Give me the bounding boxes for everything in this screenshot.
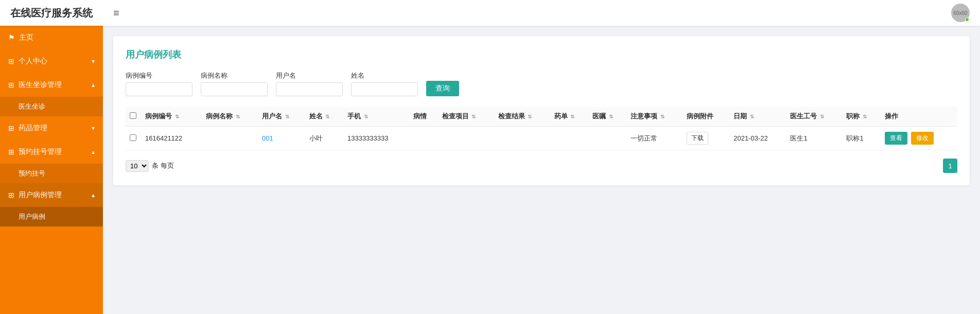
search-input-case-name[interactable] (201, 82, 268, 96)
page-size-selector: 10 20 50 条 每页 (126, 160, 174, 172)
sidebar-item-appt-label: 预约挂号管理 (19, 147, 62, 156)
table-body: 1616421122 001 小叶 13333333333 一切正常 下载 20… (126, 127, 957, 150)
main-content: 用户病例列表 病例编号 病例名称 用户名 姓名 (103, 26, 980, 314)
th-date: 日期 ⇅ (729, 107, 786, 127)
sidebar-sub-appt: 预约挂号 (0, 164, 103, 183)
sidebar-item-doctor-clinic-label: 医生坐诊 (19, 102, 45, 110)
sort-exam-result-icon[interactable]: ⇅ (528, 114, 532, 119)
avatar-text: 60x60 (953, 10, 967, 16)
table-header-row: 病例编号 ⇅ 病例名称 ⇅ 用户名 ⇅ 姓名 ⇅ (126, 107, 957, 127)
sidebar-item-appt-reg[interactable]: 预约挂号 (0, 164, 103, 183)
sidebar-item-home[interactable]: ⚑ 主页 (0, 26, 103, 49)
header-left: 在线医疗服务系统 ≡ (10, 6, 119, 20)
th-checkbox (126, 107, 141, 127)
app-title: 在线医疗服务系统 (10, 6, 93, 20)
case-mgmt-arrow-icon: ▴ (92, 191, 95, 199)
case-table: 病例编号 ⇅ 病例名称 ⇅ 用户名 ⇅ 姓名 ⇅ (126, 107, 957, 150)
layout: ⚑ 主页 ⊞ 个人中心 ▾ ⊞ 医生坐诊管理 ▴ 医生坐诊 (0, 26, 980, 314)
row-title: 职称1 (842, 127, 880, 150)
sort-dept-icon[interactable]: ⇅ (609, 114, 613, 119)
sidebar-sub-case: 用户病例 (0, 207, 103, 226)
row-realname: 小叶 (305, 127, 343, 150)
profile-arrow-icon: ▾ (92, 58, 95, 65)
profile-icon: ⊞ (8, 57, 14, 65)
search-input-case-no[interactable] (126, 82, 192, 96)
row-dept (588, 127, 626, 150)
search-label-realname: 姓名 (351, 71, 418, 80)
table-header: 病例编号 ⇅ 病例名称 ⇅ 用户名 ⇅ 姓名 ⇅ (126, 107, 957, 127)
th-phone: 手机 ⇅ (343, 107, 409, 127)
row-case-no: 1616421122 (141, 127, 202, 150)
row-date: 2021-03-22 (729, 127, 786, 150)
sidebar-item-case-mgmt-label: 用户病例管理 (19, 190, 62, 200)
sidebar-item-doctor-mgmt-label: 医生坐诊管理 (19, 80, 62, 90)
sidebar-item-appt-mgmt[interactable]: ⊞ 预约挂号管理 ▴ (0, 140, 103, 164)
sidebar: ⚑ 主页 ⊞ 个人中心 ▾ ⊞ 医生坐诊管理 ▴ 医生坐诊 (0, 26, 103, 314)
page-btn-1[interactable]: 1 (943, 159, 957, 173)
sidebar-item-profile-label: 个人中心 (19, 57, 47, 66)
th-notes: 注意事项 ⇅ (626, 107, 682, 127)
row-checkbox-cell (126, 127, 141, 150)
sort-username-icon[interactable]: ⇅ (285, 114, 289, 119)
row-username: 001 (258, 127, 305, 150)
row-attachment: 下载 (682, 127, 729, 150)
appt-icon: ⊞ (8, 148, 14, 156)
search-label-username: 用户名 (276, 71, 343, 80)
sidebar-item-medicine-mgmt[interactable]: ⊞ 药品管理 ▾ (0, 116, 103, 140)
th-dept: 医嘱 ⇅ (588, 107, 626, 127)
sort-date-icon[interactable]: ⇅ (750, 114, 754, 119)
menu-toggle-icon[interactable]: ≡ (113, 7, 119, 19)
row-notes: 一切正常 (626, 127, 682, 150)
search-button[interactable]: 查询 (426, 81, 459, 96)
search-bar: 病例编号 病例名称 用户名 姓名 查询 (126, 71, 957, 96)
th-case-name: 病例名称 ⇅ (202, 107, 258, 127)
th-attachment: 病例附件 (682, 107, 729, 127)
sort-phone-icon[interactable]: ⇅ (364, 114, 368, 119)
row-case-name (202, 127, 258, 150)
page-size-label: 条 每页 (152, 161, 174, 170)
sidebar-item-doctor-clinic[interactable]: 医生坐诊 (0, 97, 103, 116)
sort-case-name-icon[interactable]: ⇅ (236, 114, 240, 119)
sort-doctor-id-icon[interactable]: ⇅ (820, 114, 824, 119)
row-action: 查看 修改 (881, 127, 957, 150)
sort-prescription-icon[interactable]: ⇅ (570, 114, 574, 119)
sidebar-item-user-case[interactable]: 用户病例 (0, 207, 103, 226)
search-input-realname[interactable] (351, 82, 418, 96)
medicine-icon: ⊞ (8, 124, 14, 132)
select-all-checkbox[interactable] (130, 112, 136, 119)
search-field-username: 用户名 (276, 71, 343, 96)
case-mgmt-icon: ⊞ (8, 191, 14, 199)
sidebar-item-case-mgmt[interactable]: ⊞ 用户病例管理 ▴ (0, 183, 103, 207)
sort-exam-items-icon[interactable]: ⇅ (471, 114, 476, 119)
avatar-online-dot (965, 18, 969, 22)
th-doctor-id: 医生工号 ⇅ (786, 107, 842, 127)
sidebar-item-home-label: 主页 (19, 33, 33, 42)
th-action: 操作 (881, 107, 957, 127)
row-prescription (550, 127, 588, 150)
row-condition (409, 127, 438, 150)
edit-button[interactable]: 修改 (911, 132, 934, 145)
sidebar-item-appt-reg-label: 预约挂号 (19, 169, 45, 177)
th-exam-items: 检查项目 ⇅ (438, 107, 494, 127)
th-case-no: 病例编号 ⇅ (141, 107, 202, 127)
search-input-username[interactable] (276, 82, 343, 96)
th-exam-result: 检查结果 ⇅ (494, 107, 550, 127)
page-size-select[interactable]: 10 20 50 (126, 160, 149, 172)
home-icon: ⚑ (8, 33, 15, 42)
avatar[interactable]: 60x60 (951, 4, 970, 22)
search-field-case-name: 病例名称 (201, 71, 268, 96)
sort-case-no-icon[interactable]: ⇅ (175, 114, 179, 119)
download-button[interactable]: 下载 (687, 132, 708, 145)
view-button[interactable]: 查看 (885, 132, 907, 145)
sort-realname-icon[interactable]: ⇅ (325, 114, 329, 119)
sidebar-item-profile[interactable]: ⊞ 个人中心 ▾ (0, 49, 103, 73)
th-condition: 病情 (409, 107, 438, 127)
sort-title-icon[interactable]: ⇅ (863, 114, 867, 119)
row-checkbox[interactable] (130, 134, 136, 141)
th-username: 用户名 ⇅ (258, 107, 305, 127)
th-realname: 姓名 ⇅ (305, 107, 343, 127)
table-row: 1616421122 001 小叶 13333333333 一切正常 下载 20… (126, 127, 957, 150)
sort-notes-icon[interactable]: ⇅ (660, 114, 664, 119)
appt-arrow-icon: ▴ (92, 148, 95, 155)
sidebar-item-doctor-mgmt[interactable]: ⊞ 医生坐诊管理 ▴ (0, 73, 103, 97)
